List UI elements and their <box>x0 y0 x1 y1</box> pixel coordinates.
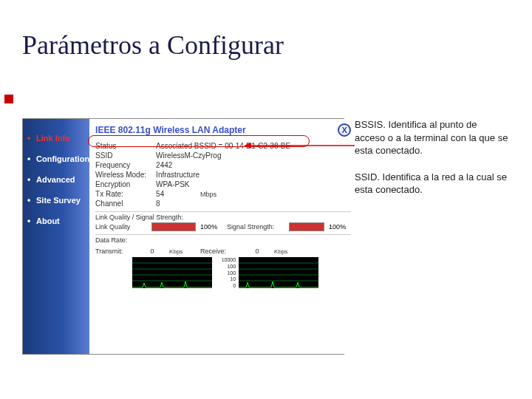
wireless-mode-label: Wireless Mode: <box>95 171 156 179</box>
panel-title: IEEE 802.11g Wireless LAN Adapter <box>95 125 246 135</box>
txrate-unit: Mbps <box>200 191 227 198</box>
sidebar-item-configuration[interactable]: Configuration <box>23 149 89 169</box>
receive-value: 0 <box>240 247 274 256</box>
annotation-ssid: SSID. Identifica a la red a la cual se e… <box>355 171 510 197</box>
transmit-graph <box>132 257 212 288</box>
link-quality-pct: 100% <box>200 223 222 231</box>
link-quality-label: Link Quality <box>95 223 147 231</box>
graph-yscale: 10000 100 100 10 0 <box>215 257 236 288</box>
annotations: BSSIS. Identifica al punto de acceso o a… <box>355 118 510 210</box>
close-icon: X <box>341 126 347 134</box>
sidebar-item-about[interactable]: About <box>23 211 89 231</box>
panel-link-info: IEEE 802.11g Wireless LAN Adapter X Stat… <box>89 119 357 354</box>
encryption-label: Encryption <box>95 180 156 188</box>
transmit-unit: Kbps <box>169 248 191 255</box>
accent-square <box>4 95 13 103</box>
transmit-label: Transmit: <box>95 248 135 255</box>
receive-label: Receive: <box>200 248 240 255</box>
txrate-value: 54 <box>156 190 200 198</box>
txrate-label: Tx Rate: <box>95 190 156 198</box>
app-sidebar: Link Info Configuration Advanced Site Su… <box>23 119 89 354</box>
slide-title: Parámetros a Configurar <box>0 0 532 61</box>
sidebar-item-link-info[interactable]: Link Info <box>23 128 89 149</box>
wireless-mode-value: Infrastructure <box>156 171 351 179</box>
channel-value: 8 <box>156 200 351 208</box>
ssid-label: SSID <box>95 151 156 160</box>
data-rate-section-label: Data Rate: <box>95 234 351 244</box>
graph-area: 10000 100 100 10 0 <box>95 257 351 288</box>
wireless-app-window: Link Info Configuration Advanced Site Su… <box>22 118 344 355</box>
signal-strength-label: Signal Strength: <box>227 223 284 231</box>
frequency-label: Frequency <box>95 161 156 169</box>
channel-label: Channel <box>95 200 156 208</box>
ssid-value: WirelessM-CzyProg <box>156 151 351 160</box>
sidebar-item-advanced[interactable]: Advanced <box>23 169 89 190</box>
sidebar-item-site-survey[interactable]: Site Survey <box>23 190 89 211</box>
transmit-value: 0 <box>135 247 169 256</box>
link-quality-bar <box>151 222 196 231</box>
encryption-value: WPA-PSK <box>156 180 351 188</box>
annotation-bssis: BSSIS. Identifica al punto de acceso o a… <box>355 118 510 157</box>
content-area: Link Info Configuration Advanced Site Su… <box>22 118 510 384</box>
receive-unit: Kbps <box>274 248 296 255</box>
highlight-status-oval <box>88 135 310 147</box>
info-table: Status Associated BSSID = 00-14-D1-C2-38… <box>95 141 351 208</box>
signal-strength-pct: 100% <box>329 223 351 231</box>
close-button[interactable]: X <box>338 123 351 137</box>
receive-graph <box>239 257 318 288</box>
frequency-value: 2442 <box>156 161 351 169</box>
signal-strength-bar <box>289 222 324 231</box>
quality-section-label: Link Quality / Signal Strength: <box>95 211 351 221</box>
